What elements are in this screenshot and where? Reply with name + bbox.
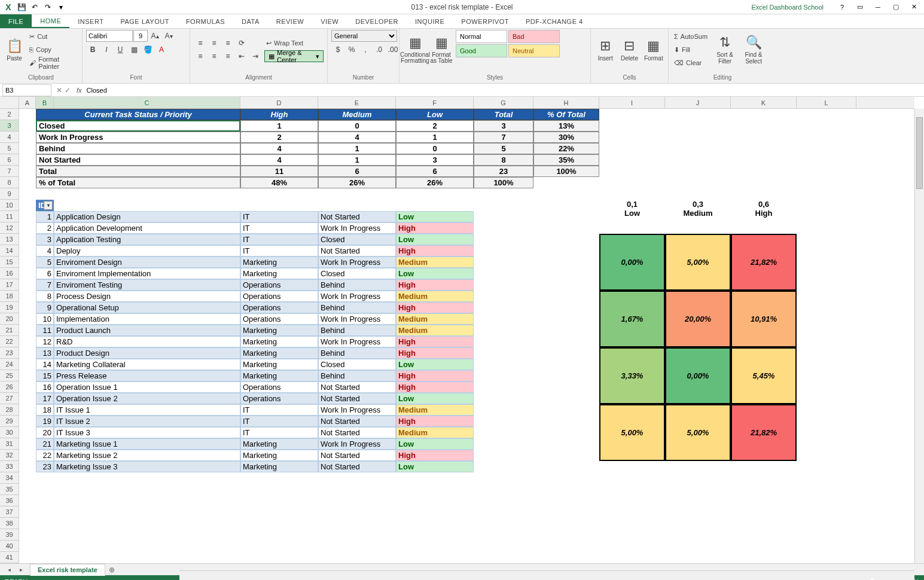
row-header-29[interactable]: 29 [0, 416, 19, 427]
save-icon[interactable]: 💾 [16, 1, 28, 13]
cell-G4[interactable]: 7 [474, 132, 533, 143]
align-left-icon[interactable]: ≡ [194, 50, 207, 62]
matrix-cell-0-1[interactable]: 5,00% [665, 234, 731, 291]
cell-B23[interactable]: 13 [36, 347, 54, 359]
indent-inc-icon[interactable]: ⇥ [249, 50, 262, 62]
row-header-39[interactable]: 39 [0, 529, 19, 541]
insert-button[interactable]: ⊞Insert [594, 30, 616, 69]
cell-B14[interactable]: 4 [36, 245, 54, 257]
cell-F7[interactable]: 6 [396, 166, 474, 177]
cell-C12[interactable]: Application Development [54, 222, 240, 234]
cell-B24[interactable]: 14 [36, 359, 54, 370]
row-header-38[interactable]: 38 [0, 518, 19, 529]
cell-E13[interactable]: Closed [318, 234, 396, 245]
cell-C22[interactable]: R&D [54, 336, 240, 347]
ribbon-tab-inquire[interactable]: INQUIRE [407, 14, 453, 28]
cell-C14[interactable]: Deploy [54, 245, 240, 257]
ribbon-tab-data[interactable]: DATA [233, 14, 268, 28]
cell-D11[interactable]: IT [240, 211, 318, 222]
cell-D25[interactable]: Marketing [240, 370, 318, 381]
col-header-G[interactable]: G [474, 97, 533, 108]
cell-F28[interactable]: Medium [396, 404, 474, 416]
cell-B31[interactable]: 21 [36, 438, 54, 450]
select-all-corner[interactable] [0, 97, 19, 108]
matrix-cell-1-0[interactable]: 1,67% [599, 291, 665, 347]
row-header-17[interactable]: 17 [0, 279, 19, 291]
cell-D16[interactable]: Marketing [240, 268, 318, 279]
matrix-cell-1-1[interactable]: 20,00% [665, 291, 731, 347]
matrix-cell-2-1[interactable]: 0,00% [665, 347, 731, 404]
col-header-K[interactable]: K [731, 97, 797, 108]
row-header-28[interactable]: 28 [0, 404, 19, 416]
ribbon-tab-view[interactable]: VIEW [312, 14, 347, 28]
style-bad[interactable]: Bad [508, 30, 560, 43]
accept-formula-icon[interactable]: ✓ [65, 86, 71, 94]
row-header-14[interactable]: 14 [0, 245, 19, 257]
cell-H2[interactable]: % Of Total [533, 109, 599, 120]
cell-B3[interactable]: Closed [36, 120, 240, 132]
matrix-cell-1-2[interactable]: 10,91% [731, 291, 797, 347]
cell-D7[interactable]: 11 [240, 166, 318, 177]
cell-B21[interactable]: 11 [36, 325, 54, 336]
delete-button[interactable]: ⊟Delete [618, 30, 640, 69]
cell-D15[interactable]: Marketing [240, 257, 318, 268]
ribbon-tab-file[interactable]: FILE [0, 14, 32, 28]
indent-dec-icon[interactable]: ⇤ [235, 50, 248, 62]
macro-record-icon[interactable]: ▢ [35, 578, 41, 581]
col-header-D[interactable]: D [240, 97, 318, 108]
cell-G3[interactable]: 3 [474, 120, 533, 132]
row-header-40[interactable]: 40 [0, 541, 19, 552]
cell-E31[interactable]: Work In Progress [318, 438, 396, 450]
cell-B20[interactable]: 10 [36, 313, 54, 325]
cell-F20[interactable]: Medium [396, 313, 474, 325]
cell-E14[interactable]: Not Started [318, 245, 396, 257]
ribbon-tab-insert[interactable]: INSERT [69, 14, 112, 28]
cell-F12[interactable]: High [396, 222, 474, 234]
cell-F30[interactable]: Medium [396, 427, 474, 438]
format-as-table-button[interactable]: ▦Format as Table [429, 30, 453, 69]
cell-D31[interactable]: Marketing [240, 438, 318, 450]
cut-button[interactable]: ✂ Cut [28, 30, 78, 42]
cell-B7[interactable]: Total [36, 166, 240, 177]
cell-F17[interactable]: High [396, 279, 474, 291]
col-header-H[interactable]: H [533, 97, 599, 108]
cell-D24[interactable]: Marketing [240, 359, 318, 370]
cell-E18[interactable]: Work In Progress [318, 291, 396, 302]
cell-E24[interactable]: Closed [318, 359, 396, 370]
row-header-15[interactable]: 15 [0, 257, 19, 268]
cell-F31[interactable]: Low [396, 438, 474, 450]
cell-B27[interactable]: 17 [36, 393, 54, 404]
cell-D4[interactable]: 2 [240, 132, 318, 143]
cell-B29[interactable]: 19 [36, 416, 54, 427]
cell-H4[interactable]: 30% [533, 132, 599, 143]
style-neutral[interactable]: Neutral [508, 44, 560, 57]
row-header-19[interactable]: 19 [0, 302, 19, 313]
currency-icon[interactable]: $ [331, 44, 344, 56]
orientation-icon[interactable]: ⟳ [235, 37, 248, 49]
sheet-nav-prev-icon[interactable]: ◂ [4, 565, 14, 575]
cell-C11[interactable]: Application Design [54, 211, 240, 222]
cell-E26[interactable]: Not Started [318, 381, 396, 393]
cell-B32[interactable]: 22 [36, 450, 54, 461]
cell-D6[interactable]: 4 [240, 154, 318, 166]
cell-B2[interactable]: Current Task Status / Priority [36, 109, 240, 120]
inc-decimal-icon[interactable]: .0 [373, 44, 386, 56]
row-header-31[interactable]: 31 [0, 438, 19, 450]
cell-C26[interactable]: Operation Issue 1 [54, 381, 240, 393]
italic-button[interactable]: I [100, 44, 113, 56]
cell-E23[interactable]: Behind [318, 347, 396, 359]
row-header-24[interactable]: 24 [0, 359, 19, 370]
matrix-cell-2-0[interactable]: 3,33% [599, 347, 665, 404]
cell-E19[interactable]: Behind [318, 302, 396, 313]
cell-C21[interactable]: Product Launch [54, 325, 240, 336]
cell-B11[interactable]: 1 [36, 211, 54, 222]
cell-B4[interactable]: Work In Progress [36, 132, 240, 143]
cell-C32[interactable]: Marketing Issue 2 [54, 450, 240, 461]
find-select-button[interactable]: 🔍Find & Select [740, 30, 767, 69]
ribbon-collapse-icon[interactable]: ▭ [853, 2, 867, 13]
view-layout-icon[interactable]: ▥ [785, 577, 798, 580]
cell-H3[interactable]: 13% [533, 120, 599, 132]
cell-F25[interactable]: High [396, 370, 474, 381]
ribbon-tab-formulas[interactable]: FORMULAS [178, 14, 233, 28]
cell-C28[interactable]: IT Issue 1 [54, 404, 240, 416]
